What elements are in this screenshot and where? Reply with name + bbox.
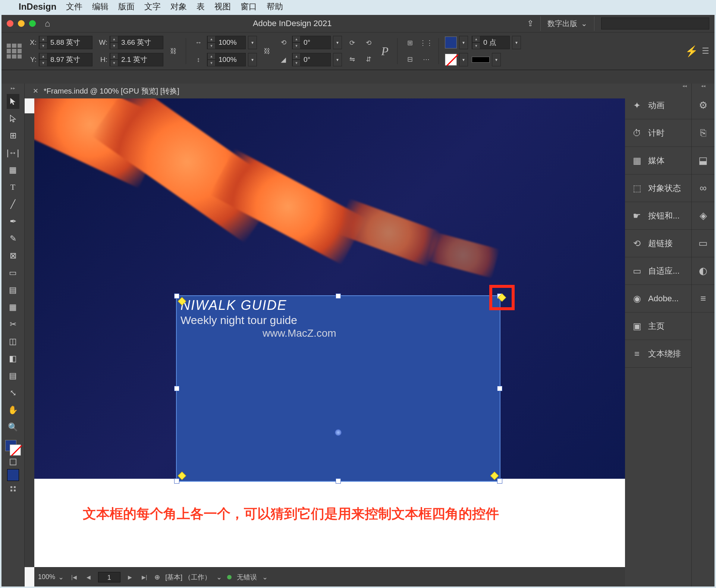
reference-point-proxy[interactable]: [7, 44, 22, 59]
distribute-v-icon[interactable]: ⋯: [420, 53, 433, 66]
stroke-style-swatch[interactable]: [472, 57, 490, 63]
strip-icon-6[interactable]: ▭: [692, 230, 715, 257]
view-mode-icon[interactable]: [10, 486, 16, 491]
menu-file[interactable]: 文件: [66, 1, 82, 12]
hand-tool[interactable]: ✋: [7, 403, 19, 418]
shear-input[interactable]: ▲▼: [292, 53, 331, 66]
rectangle-frame-tool[interactable]: ⊠: [7, 248, 19, 263]
strip-icon-4[interactable]: ∞: [692, 174, 715, 202]
resize-handle-ml[interactable]: [174, 386, 179, 391]
gap-tool[interactable]: |↔|: [7, 145, 19, 160]
scale-x-input[interactable]: ▲▼: [207, 36, 246, 49]
menu-type[interactable]: 文字: [144, 1, 161, 12]
menu-edit[interactable]: 编辑: [92, 1, 109, 12]
stroke-style-dropdown[interactable]: ▼: [492, 53, 501, 66]
close-tab-icon[interactable]: ✕: [33, 87, 38, 95]
panel-buttons[interactable]: ☛按钮和...: [625, 202, 691, 230]
panel-media[interactable]: ▦媒体: [625, 147, 691, 174]
note-tool[interactable]: ▤: [7, 368, 19, 383]
line-tool[interactable]: ╱: [7, 197, 19, 212]
preset-dropdown-icon[interactable]: ⌄: [216, 573, 222, 581]
menu-view[interactable]: 视图: [214, 1, 231, 12]
type-tool[interactable]: T: [7, 180, 19, 195]
menu-table[interactable]: 表: [197, 1, 205, 12]
share-icon[interactable]: ⇪: [527, 19, 534, 28]
shear-dropdown[interactable]: ▼: [333, 53, 342, 66]
direct-selection-tool[interactable]: [7, 111, 19, 126]
link-wh-icon[interactable]: ⛓: [167, 45, 180, 57]
clear-transform-icon[interactable]: P: [379, 45, 391, 57]
resize-handle-tc[interactable]: [336, 293, 341, 299]
rectangle-tool[interactable]: ▭: [7, 265, 19, 280]
distribute-h-icon[interactable]: ⋮⋮: [420, 37, 433, 49]
page-tool[interactable]: ⊞: [7, 128, 19, 143]
strip-icon-7[interactable]: ◐: [692, 257, 715, 285]
corner-control-tr[interactable]: [498, 293, 506, 302]
strip-icon-2[interactable]: ⎘: [692, 119, 715, 147]
strip-icon-1[interactable]: ⚙: [692, 92, 715, 119]
document-tab[interactable]: ✕ *Frames.indd @ 100% [GPU 预览] [转换]: [25, 84, 625, 98]
canvas[interactable]: NIWALK GUIDE Weekly night tour guide www…: [25, 98, 625, 587]
zoom-window-button[interactable]: [29, 20, 36, 27]
next-page-button[interactable]: ▶: [126, 574, 134, 580]
control-menu-icon[interactable]: ☰: [702, 46, 709, 56]
menu-layout[interactable]: 版面: [118, 1, 135, 12]
menu-window[interactable]: 窗口: [241, 1, 257, 12]
panel-liquid-layout[interactable]: ▭自适应...: [625, 257, 691, 285]
preset-label[interactable]: [基本] （工作）: [165, 573, 211, 582]
w-input[interactable]: ▲▼: [110, 36, 163, 49]
home-icon[interactable]: ⌂: [45, 18, 50, 29]
strip-icon-8[interactable]: ≡: [692, 285, 715, 312]
minimize-window-button[interactable]: [18, 20, 25, 27]
panel-animation[interactable]: ✦动画: [625, 92, 691, 119]
y-input[interactable]: ▲▼: [39, 53, 92, 66]
rotate-dropdown[interactable]: ▼: [333, 36, 342, 49]
panel-object-states[interactable]: ⬚对象状态: [625, 174, 691, 202]
align-selection-icon[interactable]: ⊟: [403, 53, 416, 66]
resize-handle-tl[interactable]: [174, 293, 179, 299]
apply-color-icon[interactable]: [7, 469, 19, 481]
mac-menubar[interactable]: InDesign 文件 编辑 版面 文字 对象 表 视图 窗口 帮助: [0, 0, 716, 13]
resize-handle-bl[interactable]: [174, 478, 179, 484]
panel-pages[interactable]: ▣主页: [625, 312, 691, 340]
resize-handle-mr[interactable]: [497, 386, 502, 391]
fill-swatch[interactable]: [445, 37, 457, 48]
zoom-dropdown-icon[interactable]: ⌄: [58, 573, 64, 581]
shear-tool[interactable]: ▦: [7, 300, 19, 315]
align-parent-icon[interactable]: ⊞: [403, 37, 416, 49]
strip-icon-3[interactable]: ⬓: [692, 147, 715, 174]
content-collector-tool[interactable]: ▦: [7, 163, 19, 177]
menu-object[interactable]: 对象: [170, 1, 187, 12]
zoom-tool[interactable]: 🔍: [7, 420, 19, 435]
color-proxy[interactable]: [5, 440, 21, 456]
selected-text-frame[interactable]: NIWALK GUIDE Weekly night tour guide www…: [176, 295, 500, 482]
free-transform-tool[interactable]: ◫: [7, 334, 19, 349]
app-menu[interactable]: InDesign: [19, 1, 56, 12]
content-grabber-icon[interactable]: [335, 429, 342, 436]
workspace-dropdown[interactable]: 数字出版 ⌄: [540, 16, 594, 31]
panel-timing[interactable]: ⏱计时: [625, 119, 691, 147]
quick-apply-icon[interactable]: ⚡: [685, 45, 698, 57]
link-scale-icon[interactable]: ⛓: [261, 45, 273, 57]
close-window-button[interactable]: [7, 20, 13, 27]
resize-handle-br[interactable]: [497, 478, 502, 484]
rotate-ccw-icon[interactable]: ⟲: [362, 37, 375, 49]
resize-handle-bc[interactable]: [336, 478, 341, 484]
selection-tool[interactable]: [7, 94, 19, 109]
gradient-tool[interactable]: ▤: [7, 283, 19, 298]
formatting-container-icon[interactable]: [10, 459, 16, 465]
strip-collapse-icon[interactable]: ◂◂: [692, 84, 715, 92]
flip-h-icon[interactable]: ⇋: [346, 53, 358, 66]
page-input[interactable]: 1: [98, 572, 120, 582]
stroke-swatch[interactable]: [445, 54, 457, 66]
prev-page-button[interactable]: ◀: [84, 574, 93, 580]
fill-dropdown[interactable]: ▼: [459, 36, 468, 49]
zoom-level[interactable]: 100%: [38, 573, 55, 581]
scale-y-dropdown[interactable]: ▼: [248, 53, 257, 66]
first-page-button[interactable]: |◀: [69, 574, 79, 580]
rotate-input[interactable]: ▲▼: [292, 36, 331, 49]
panel-adobe[interactable]: ◉Adobe...: [625, 285, 691, 312]
pencil-tool[interactable]: ✎: [7, 231, 19, 246]
preflight-label[interactable]: 无错误: [237, 573, 257, 582]
menu-help[interactable]: 帮助: [267, 1, 283, 12]
